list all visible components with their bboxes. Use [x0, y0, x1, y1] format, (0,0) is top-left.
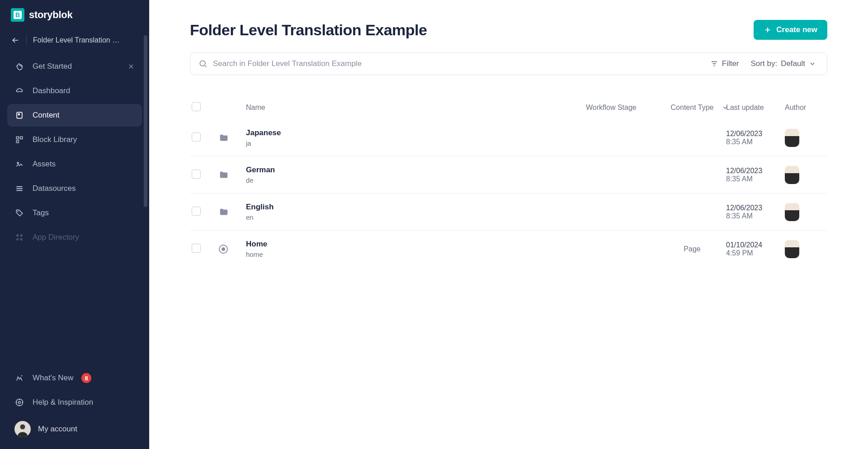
svg-point-15: [200, 61, 205, 66]
sidebar-item-label: Tags: [33, 208, 49, 217]
search-icon: [198, 59, 208, 68]
sidebar-item-label: App Directory: [33, 233, 79, 242]
row-last-update: 01/10/20244:59 PM: [726, 241, 785, 257]
svg-point-7: [17, 235, 18, 236]
content-table: Name Workflow Stage Content Type Last up…: [190, 96, 827, 267]
folder-icon: [219, 133, 246, 143]
create-new-button[interactable]: Create new: [754, 20, 827, 40]
svg-point-8: [21, 235, 22, 236]
sidebar-item-block-library[interactable]: Block Library: [7, 128, 142, 151]
page-icon: [219, 245, 228, 254]
row-slug: de: [246, 176, 586, 184]
datasources-icon: [14, 184, 24, 194]
chevron-down-icon: [722, 104, 729, 111]
row-name: Home: [246, 240, 586, 249]
content-icon: [14, 110, 24, 120]
svg-point-14: [20, 424, 25, 430]
row-slug: ja: [246, 139, 586, 147]
row-last-update: 12/06/20238:35 AM: [726, 167, 785, 183]
chevron-down-icon: [809, 60, 816, 67]
row-author: [785, 129, 826, 147]
row-last-update: 12/06/20238:35 AM: [726, 130, 785, 146]
plus-icon: [764, 26, 772, 34]
brand[interactable]: B storyblok: [0, 8, 149, 31]
row-author: [785, 240, 826, 258]
search-input[interactable]: [213, 59, 701, 68]
col-content-type[interactable]: Content Type: [658, 104, 726, 112]
avatar: [785, 129, 799, 147]
sidebar-item-label: Assets: [33, 160, 56, 169]
sidebar-bottom: What's New 8 Help & Inspiration My accou…: [0, 365, 149, 443]
sidebar-nav: Get Started Dashboard Content Block Libr…: [0, 53, 149, 250]
sidebar-item-tags[interactable]: Tags: [7, 202, 142, 224]
sidebar-item-whats-new[interactable]: What's New 8: [7, 367, 142, 389]
svg-point-10: [21, 239, 22, 240]
table-row[interactable]: HomehomePage01/10/20244:59 PM: [190, 230, 827, 267]
whats-new-badge: 8: [81, 373, 91, 383]
tags-icon: [14, 208, 24, 218]
account-label: My account: [38, 425, 77, 434]
row-checkbox[interactable]: [192, 132, 201, 142]
main-header: Folder Level Translation Example Create …: [190, 20, 827, 40]
toolbar: Filter Sort by: Default: [190, 52, 827, 75]
row-author: [785, 203, 826, 221]
sidebar-item-assets[interactable]: Assets: [7, 153, 142, 175]
table-row[interactable]: Germande12/06/20238:35 AM: [190, 156, 827, 193]
svg-point-11: [21, 375, 23, 377]
filter-icon: [710, 60, 718, 68]
sort-button[interactable]: Sort by: Default: [748, 57, 819, 70]
row-checkbox[interactable]: [192, 170, 201, 179]
breadcrumb-divider: [26, 35, 27, 45]
svg-rect-1: [18, 113, 20, 115]
filter-button[interactable]: Filter: [708, 57, 742, 70]
breadcrumb: Folder Level Translation …: [0, 31, 149, 53]
create-new-label: Create new: [776, 25, 817, 34]
whats-new-icon: [14, 373, 24, 383]
sidebar-item-label: Help & Inspiration: [33, 398, 93, 407]
brand-name: storyblok: [29, 9, 72, 21]
svg-rect-4: [16, 141, 19, 143]
row-slug: home: [246, 250, 586, 258]
col-name[interactable]: Name: [246, 104, 586, 112]
sidebar-item-label: Content: [33, 111, 60, 120]
blocks-icon: [14, 135, 24, 145]
avatar: [785, 240, 799, 258]
back-arrow-icon[interactable]: [11, 36, 20, 45]
row-last-update: 12/06/20238:35 AM: [726, 204, 785, 220]
sidebar-item-datasources[interactable]: Datasources: [7, 177, 142, 200]
sidebar-item-help[interactable]: Help & Inspiration: [7, 391, 142, 414]
svg-rect-2: [16, 137, 19, 139]
main-content: Folder Level Translation Example Create …: [149, 0, 868, 449]
search-wrap: [198, 59, 701, 68]
assets-icon: [14, 159, 24, 169]
sidebar-item-get-started[interactable]: Get Started: [7, 55, 142, 78]
svg-rect-3: [20, 137, 23, 139]
close-icon[interactable]: [127, 63, 135, 70]
row-checkbox[interactable]: [192, 207, 201, 216]
select-all-checkbox[interactable]: [192, 102, 201, 111]
sidebar-item-content[interactable]: Content: [7, 104, 142, 127]
row-name: German: [246, 165, 586, 175]
col-last-update[interactable]: Last update: [726, 104, 785, 112]
sidebar-item-account[interactable]: My account: [7, 416, 142, 443]
col-author[interactable]: Author: [785, 104, 826, 112]
avatar: [785, 166, 799, 184]
page-title: Folder Level Translation Example: [190, 21, 427, 39]
brand-logo: B: [11, 8, 24, 22]
sidebar-item-dashboard[interactable]: Dashboard: [7, 80, 142, 102]
sidebar-item-app-directory[interactable]: App Directory: [7, 226, 142, 249]
row-checkbox[interactable]: [192, 244, 201, 253]
breadcrumb-title[interactable]: Folder Level Translation …: [33, 36, 119, 44]
col-workflow[interactable]: Workflow Stage: [586, 104, 658, 112]
table-row[interactable]: Englishen12/06/20238:35 AM: [190, 193, 827, 230]
table-row[interactable]: Japaneseja12/06/20238:35 AM: [190, 119, 827, 156]
sort-value: Default: [781, 59, 805, 68]
avatar: [785, 203, 799, 221]
row-name: English: [246, 203, 586, 212]
folder-icon: [219, 170, 246, 180]
svg-point-9: [17, 239, 18, 240]
svg-point-6: [17, 211, 19, 212]
sidebar-item-label: Block Library: [33, 135, 77, 144]
sidebar-item-label: Dashboard: [33, 86, 70, 95]
sort-prefix: Sort by:: [751, 59, 778, 68]
